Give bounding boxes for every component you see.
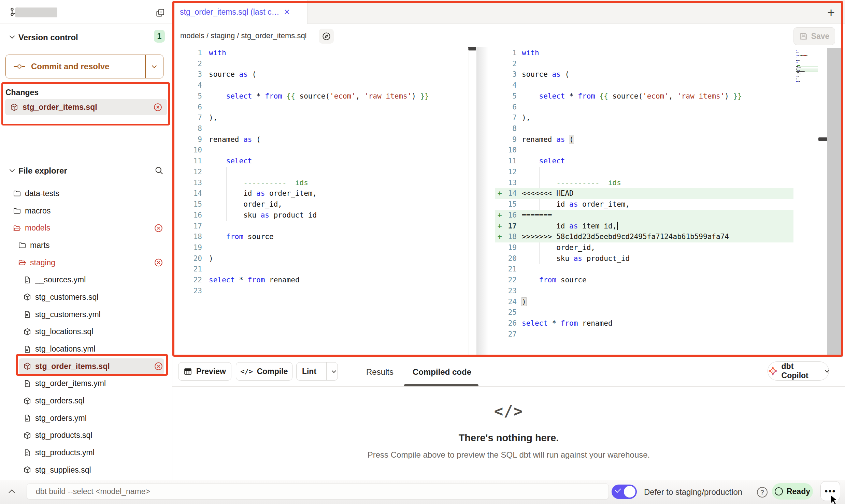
file-item-marts[interactable]: marts bbox=[0, 237, 172, 254]
code-token: id bbox=[243, 189, 256, 197]
copy-icon[interactable] bbox=[156, 8, 165, 17]
close-tab-icon[interactable]: × bbox=[284, 7, 289, 17]
commit-and-resolve-button[interactable]: Commit and resolve bbox=[5, 55, 163, 78]
discard-change-icon[interactable] bbox=[154, 258, 163, 267]
code-token: * bbox=[565, 92, 578, 100]
defer-toggle[interactable] bbox=[612, 485, 637, 499]
code-token: as bbox=[556, 135, 565, 144]
right-scrollbar-track[interactable] bbox=[827, 48, 843, 357]
indent-guide bbox=[209, 145, 226, 156]
tab-compiled-code[interactable]: Compiled code bbox=[413, 357, 471, 387]
diff-gutter bbox=[495, 91, 504, 102]
code-text: select bbox=[522, 156, 565, 167]
editor-minimap[interactable] bbox=[796, 50, 818, 91]
chevron-down-icon[interactable] bbox=[10, 33, 15, 39]
lint-dropdown-button[interactable] bbox=[331, 362, 338, 380]
dbt-copilot-button[interactable]: dbt Copilot bbox=[768, 361, 829, 381]
file-explorer-title: File explorer bbox=[18, 166, 67, 176]
minimap-line bbox=[796, 65, 818, 66]
file-item-stg-orders-yml[interactable]: stg_orders.yml bbox=[0, 410, 172, 427]
code-text: order_id, bbox=[522, 242, 595, 253]
diff-gutter bbox=[495, 242, 504, 253]
file-item-stg-locations-sql[interactable]: stg_locations.sql bbox=[0, 323, 172, 341]
file-item-stg-order-items-yml[interactable]: stg_order_items.yml bbox=[0, 375, 172, 392]
file-item-stg-supplies-sql[interactable]: stg_supplies.sql bbox=[0, 461, 172, 479]
line-number: 2 bbox=[504, 59, 517, 70]
code-text: >>>>>>> 58c1dd23d5eebd9cd2495fa7124ab61b… bbox=[522, 232, 729, 242]
minimap-line bbox=[796, 50, 818, 51]
commit-dropdown-button[interactable] bbox=[146, 55, 163, 78]
command-input[interactable] bbox=[27, 483, 609, 500]
indent-guide bbox=[539, 253, 557, 264]
code-token: {{ bbox=[287, 92, 300, 100]
model-cube-icon bbox=[23, 293, 31, 301]
file-item-stg-orders-sql[interactable]: stg_orders.sql bbox=[0, 392, 172, 410]
file-item-stg-locations-yml[interactable]: stg_locations.yml bbox=[0, 340, 172, 358]
code-text bbox=[209, 102, 226, 113]
code-token: from bbox=[539, 276, 557, 284]
code-line: 20) bbox=[172, 253, 468, 264]
code-line: 14id as order_item, bbox=[172, 188, 468, 199]
diff-gutter bbox=[495, 297, 504, 308]
code-line: 15order_id, bbox=[172, 199, 468, 210]
tab-stg-order-items[interactable]: stg_order_items.sql (last c… × bbox=[172, 0, 307, 24]
folder-icon bbox=[18, 258, 26, 267]
file-item-data-tests[interactable]: data-tests bbox=[0, 185, 172, 202]
discard-change-icon[interactable] bbox=[154, 223, 163, 233]
file-item-stg-customers-yml[interactable]: stg_customers.yml bbox=[0, 306, 172, 323]
discard-change-icon[interactable] bbox=[153, 103, 162, 112]
new-tab-button[interactable]: + bbox=[827, 5, 835, 20]
minimap-line bbox=[796, 51, 818, 52]
lineage-compass-button[interactable] bbox=[319, 29, 334, 44]
copilot-spark-icon bbox=[768, 366, 778, 376]
line-number: 10 bbox=[504, 145, 517, 156]
version-control-title: Version control bbox=[18, 33, 78, 42]
diff-added-marker: + bbox=[495, 188, 504, 199]
left-pane-scrollbar[interactable] bbox=[468, 47, 476, 50]
code-pane-current[interactable]: 1with23source as (45select * from {{ sou… bbox=[495, 48, 793, 340]
file-item--sources-yml[interactable]: __sources.yml bbox=[0, 271, 172, 288]
line-number: 4 bbox=[504, 80, 517, 91]
discard-change-icon[interactable] bbox=[154, 362, 163, 371]
line-number: 10 bbox=[172, 145, 202, 156]
tab-results[interactable]: Results bbox=[366, 357, 393, 387]
compile-button[interactable]: </> Compile bbox=[236, 362, 292, 381]
line-number: 27 bbox=[504, 329, 517, 340]
file-item-stg-order-items-sql[interactable]: stg_order_items.sql bbox=[0, 358, 172, 375]
chevron-down-icon[interactable] bbox=[10, 167, 15, 173]
file-item-stg-products-yml[interactable]: stg_products.yml bbox=[0, 444, 172, 461]
code-line: 4 bbox=[172, 80, 468, 91]
file-item-label: models bbox=[25, 223, 50, 233]
indent-guide bbox=[209, 188, 226, 199]
file-item-macros[interactable]: macros bbox=[0, 202, 172, 220]
lint-button[interactable]: Lint bbox=[296, 362, 338, 381]
minimap-line bbox=[796, 80, 818, 80]
preview-button[interactable]: Preview bbox=[178, 362, 231, 381]
code-token: renamed bbox=[522, 135, 556, 144]
indent-guide bbox=[522, 178, 539, 189]
save-button[interactable]: Save bbox=[793, 27, 835, 45]
lint-split-divider bbox=[326, 362, 327, 380]
file-item-staging[interactable]: staging bbox=[0, 254, 172, 271]
dbt-ide-window: Version control 1 Commit and resolve Cha… bbox=[0, 0, 845, 504]
code-token: select bbox=[522, 319, 548, 327]
diff-gutter bbox=[495, 264, 504, 275]
changed-file-row[interactable]: stg_order_items.sql bbox=[5, 99, 167, 115]
help-icon[interactable]: ? bbox=[757, 487, 768, 498]
code-pane-last-commit[interactable]: 1with23source as (45select * from {{ sou… bbox=[172, 48, 468, 297]
code-text: ---------- ids bbox=[209, 178, 308, 189]
code-token: source( bbox=[300, 92, 330, 100]
diff-gutter bbox=[495, 156, 504, 167]
line-number: 24 bbox=[504, 297, 517, 308]
line-number: 18 bbox=[504, 232, 517, 242]
file-item-models[interactable]: models bbox=[0, 219, 172, 237]
minimap-line bbox=[796, 75, 818, 76]
search-icon[interactable] bbox=[154, 166, 164, 175]
file-item-stg-products-sql[interactable]: stg_products.sql bbox=[0, 427, 172, 444]
right-scrollbar-thumb[interactable] bbox=[818, 137, 827, 141]
file-item-stg-customers-sql[interactable]: stg_customers.sql bbox=[0, 288, 172, 306]
code-text: id as item_id, bbox=[522, 221, 618, 232]
line-number: 14 bbox=[504, 188, 517, 199]
line-number: 23 bbox=[504, 286, 517, 297]
file-icon bbox=[23, 414, 31, 422]
